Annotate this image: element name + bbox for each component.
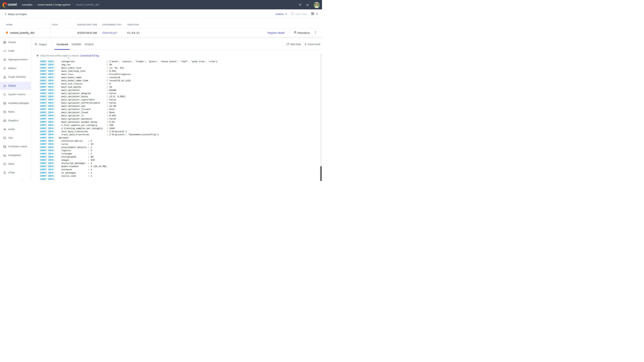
svg-text:Tt: Tt — [4, 137, 6, 139]
svg-text:comet: comet — [8, 2, 17, 6]
svg-text:Py: Py — [4, 103, 6, 104]
svg-text:HTML: HTML — [4, 172, 6, 173]
